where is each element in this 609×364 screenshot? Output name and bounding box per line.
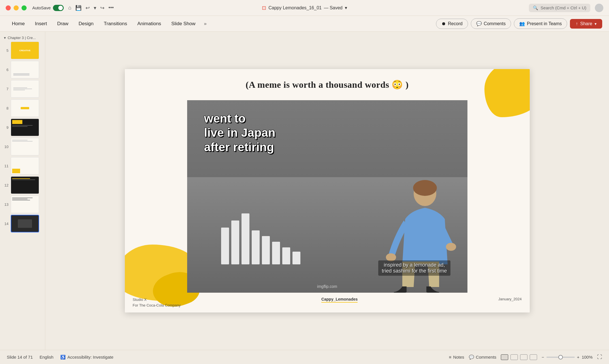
slide-thumb-container-11: 11 bbox=[3, 157, 42, 175]
meme-text: went to live in Japan after retiring bbox=[204, 112, 275, 154]
comments-status-icon: 💬 bbox=[469, 355, 474, 360]
search-placeholder: Search (Cmd + Ctrl + U) bbox=[540, 5, 586, 10]
slide-thumb-container-7: 7 bbox=[3, 80, 42, 98]
domino-8 bbox=[292, 252, 300, 264]
thumb-6-line2 bbox=[13, 74, 29, 75]
slide-thumb-10[interactable] bbox=[11, 138, 39, 155]
doc-dropdown-icon[interactable]: ▾ bbox=[345, 5, 347, 10]
share-button[interactable]: ↑ Share ▾ bbox=[570, 19, 602, 29]
present-label: Present in Teams bbox=[527, 21, 562, 26]
comments-status-button[interactable]: 💬 Comments bbox=[469, 355, 497, 360]
undo-icon[interactable]: ↩ bbox=[86, 5, 90, 11]
domino-2 bbox=[231, 220, 239, 264]
slide-thumb-container-13: 13 bbox=[3, 196, 42, 213]
view-grid[interactable] bbox=[510, 354, 518, 360]
home-icon[interactable]: ⌂ bbox=[68, 5, 71, 11]
autosave-label: AutoSave bbox=[32, 5, 51, 10]
toolbar-right: ⏺ Record 💬 Comments 👥 Present in Teams ↑… bbox=[436, 18, 602, 29]
close-button[interactable] bbox=[6, 5, 11, 10]
menu-more-icon[interactable]: » bbox=[200, 19, 210, 29]
accessibility-label: Accessibility: Investigate bbox=[67, 355, 114, 359]
thumb-11-yellow bbox=[12, 169, 20, 173]
menu-transitions[interactable]: Transitions bbox=[99, 19, 132, 29]
slide-thumb-container-10: 10 bbox=[3, 138, 42, 155]
slide-thumb-container-8: 8 bbox=[3, 99, 42, 117]
view-reading[interactable] bbox=[520, 354, 527, 360]
zoom-in-icon[interactable]: + bbox=[577, 355, 580, 359]
meme-image: went to live in Japan after retiring ins… bbox=[187, 100, 467, 293]
slide-thumb-container-14: 14 bbox=[3, 215, 42, 232]
meme-line3: after retiring bbox=[204, 140, 275, 154]
fit-to-window-icon[interactable]: ⛶ bbox=[597, 354, 602, 360]
menu-insert[interactable]: Insert bbox=[30, 19, 52, 29]
menu-animations[interactable]: Animations bbox=[132, 19, 166, 29]
slide-num-12: 12 bbox=[3, 183, 8, 187]
chapter-header[interactable]: ▾ Chapter 3 | Cre... bbox=[3, 34, 42, 42]
share-label: Share bbox=[580, 21, 592, 26]
redo-icon[interactable]: ↪ bbox=[100, 5, 104, 11]
doc-title-text: Cappy Lemonades_16_01 bbox=[268, 5, 322, 10]
zoom-slider-thumb bbox=[558, 355, 563, 359]
thumb-6-line3 bbox=[13, 75, 29, 76]
view-presenter[interactable] bbox=[530, 354, 537, 360]
slide-thumb-container-12: 12 bbox=[3, 176, 42, 194]
save-icon[interactable]: 💾 bbox=[75, 5, 82, 11]
footer-client: For The Coca-Cola Company bbox=[133, 303, 181, 308]
accessibility-button[interactable]: ♿ Accessibility: Investigate bbox=[60, 355, 114, 360]
slide-thumb-5[interactable]: CREATIVE bbox=[11, 42, 39, 59]
minimize-button[interactable] bbox=[14, 5, 19, 10]
record-button[interactable]: ⏺ Record bbox=[436, 19, 468, 29]
domino-7 bbox=[282, 247, 290, 264]
zoom-out-icon[interactable]: − bbox=[542, 355, 544, 359]
status-bar: Slide 14 of 71 English ♿ Accessibility: … bbox=[0, 350, 609, 364]
slide-thumb-8[interactable] bbox=[11, 99, 39, 117]
slide-thumb-12[interactable] bbox=[11, 176, 39, 194]
domino-3 bbox=[242, 213, 249, 264]
menu-slideshow[interactable]: Slide Show bbox=[166, 19, 200, 29]
teams-icon: 👥 bbox=[519, 21, 525, 26]
autosave-toggle[interactable] bbox=[53, 5, 64, 11]
thumb-6-line1 bbox=[13, 73, 29, 74]
more-icon[interactable]: ••• bbox=[108, 5, 114, 11]
slide-thumb-7[interactable] bbox=[11, 80, 39, 98]
meme-line2: live in Japan bbox=[204, 126, 275, 140]
slide-thumb-container-9: 9 bbox=[3, 119, 42, 136]
slide-thumb-6[interactable] bbox=[11, 61, 39, 78]
menu-home[interactable]: Home bbox=[7, 19, 30, 29]
profile-avatar[interactable] bbox=[595, 4, 603, 12]
search-area[interactable]: 🔍 Search (Cmd + Ctrl + U) bbox=[529, 4, 590, 12]
accessibility-icon: ♿ bbox=[60, 355, 66, 360]
thumb-8-accent bbox=[21, 107, 29, 109]
menu-bar: Home Insert Draw Design Transitions Anim… bbox=[0, 16, 609, 32]
present-in-teams-button[interactable]: 👥 Present in Teams bbox=[514, 18, 567, 29]
view-normal[interactable] bbox=[501, 354, 508, 360]
domino-5 bbox=[262, 236, 270, 264]
slide-title: (A meme is worth a thousand words 😳 ) bbox=[125, 79, 530, 90]
undo-dropdown-icon[interactable]: ▾ bbox=[94, 5, 96, 11]
menu-design[interactable]: Design bbox=[74, 19, 99, 29]
record-icon: ⏺ bbox=[441, 21, 446, 26]
chapter-label: Chapter 3 | Cre... bbox=[8, 36, 36, 40]
slide-thumb-14[interactable] bbox=[11, 215, 39, 232]
notes-label: Notes bbox=[453, 355, 464, 359]
view-icons bbox=[501, 354, 537, 360]
slide-thumb-11[interactable] bbox=[11, 157, 39, 175]
powerpoint-icon: ⊡ bbox=[262, 5, 266, 11]
maximize-button[interactable] bbox=[22, 5, 27, 10]
search-icon: 🔍 bbox=[533, 5, 538, 10]
svg-point-3 bbox=[446, 243, 456, 251]
slide-canvas[interactable]: (A meme is worth a thousand words 😳 ) bbox=[125, 69, 530, 312]
slide-num-11: 11 bbox=[3, 164, 8, 168]
main-content: ▾ Chapter 3 | Cre... 5 CREATIVE 6 bbox=[0, 32, 609, 350]
menu-draw[interactable]: Draw bbox=[52, 19, 74, 29]
domino-6 bbox=[272, 242, 280, 264]
footer-company: Studio X bbox=[133, 297, 181, 303]
slide-thumb-9[interactable] bbox=[11, 119, 39, 136]
slide-num-10: 10 bbox=[3, 145, 8, 149]
zoom-level: 100% bbox=[582, 355, 593, 359]
comments-button[interactable]: 💬 Comments bbox=[471, 18, 511, 29]
zoom-slider[interactable] bbox=[546, 357, 575, 358]
slide-thumb-13[interactable] bbox=[11, 196, 39, 213]
notes-button[interactable]: ≡ Notes bbox=[449, 355, 464, 359]
footer-right: January_2024 bbox=[498, 297, 522, 308]
